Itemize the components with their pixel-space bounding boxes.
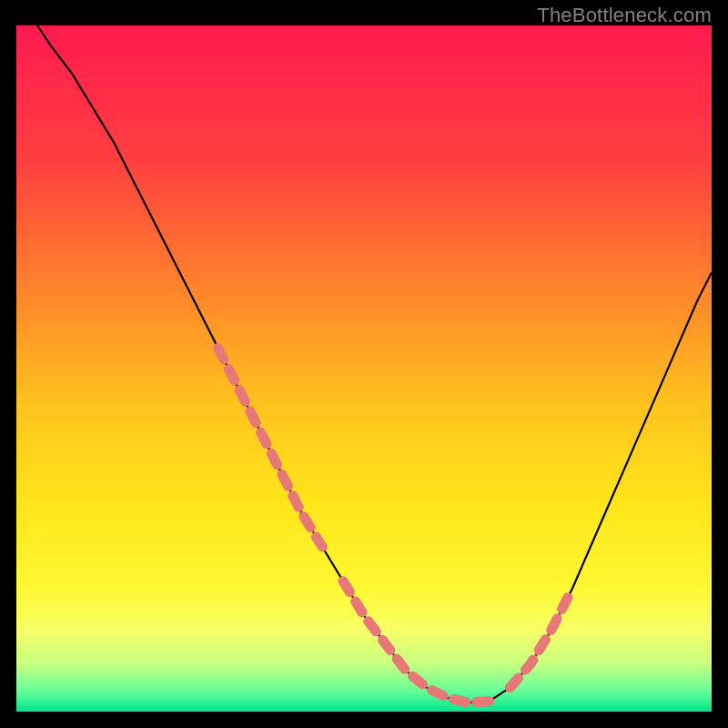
chart-frame	[16, 25, 712, 712]
watermark-text: TheBottleneck.com	[537, 4, 712, 27]
bottleneck-chart	[16, 25, 712, 712]
